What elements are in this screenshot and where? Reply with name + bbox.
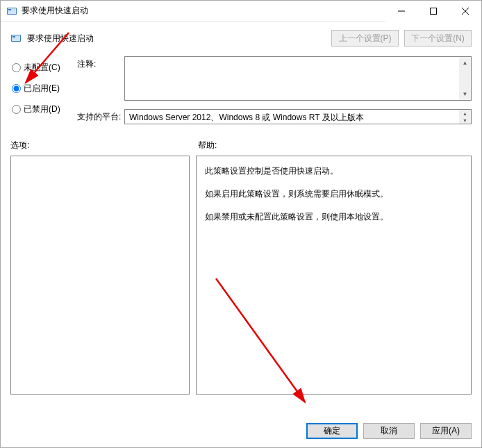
help-text-3: 如果禁用或未配置此策略设置，则使用本地设置。 xyxy=(205,210,463,224)
help-pane: 此策略设置控制是否使用快速启动。 如果启用此策略设置，则系统需要启用休眠模式。 … xyxy=(196,156,472,395)
titlebar: 要求使用快速启动 xyxy=(1,1,481,22)
prev-setting-button[interactable]: 上一个设置(P) xyxy=(331,30,399,47)
svg-rect-4 xyxy=(431,8,437,15)
platform-label: 支持的平台: xyxy=(77,109,124,123)
window-controls xyxy=(385,1,481,21)
scroll-down-icon[interactable]: ▼ xyxy=(459,88,471,100)
radio-enabled-label: 已启用(E) xyxy=(24,83,60,94)
help-text-1: 此策略设置控制是否使用快速启动。 xyxy=(205,165,463,178)
radio-group: 未配置(C) 已启用(E) 已禁用(D) xyxy=(10,56,77,124)
ok-button[interactable]: 确定 xyxy=(306,423,358,439)
scroll-up-icon[interactable]: ▲ xyxy=(459,57,471,69)
radio-not-configured-input[interactable] xyxy=(12,63,21,72)
minimize-button[interactable] xyxy=(385,1,417,22)
close-button[interactable] xyxy=(449,1,481,22)
help-label: 帮助: xyxy=(198,140,217,151)
radio-not-configured-label: 未配置(C) xyxy=(24,62,60,74)
svg-rect-9 xyxy=(13,36,15,38)
comment-label: 注释: xyxy=(77,56,124,70)
radio-disabled[interactable]: 已禁用(D) xyxy=(10,102,77,116)
next-setting-button[interactable]: 下一个设置(N) xyxy=(404,30,472,47)
comment-textarea[interactable]: ▲ ▼ xyxy=(124,56,472,101)
maximize-button[interactable] xyxy=(417,1,449,22)
svg-rect-2 xyxy=(8,9,11,10)
radio-not-configured[interactable]: 未配置(C) xyxy=(10,60,77,74)
platform-scroll-up-icon[interactable]: ▲ xyxy=(459,110,471,117)
options-label: 选项: xyxy=(10,140,198,151)
policy-heading: 要求使用快速启动 xyxy=(27,33,94,44)
bottom-bar: 确定 取消 应用(A) xyxy=(306,423,472,439)
radio-enabled[interactable]: 已启用(E) xyxy=(10,81,77,95)
policy-icon xyxy=(10,33,22,44)
radio-enabled-input[interactable] xyxy=(12,84,21,93)
platform-text: Windows Server 2012、Windows 8 或 Windows … xyxy=(129,113,364,122)
platform-box: Windows Server 2012、Windows 8 或 Windows … xyxy=(124,109,472,124)
options-pane xyxy=(10,156,190,395)
help-text-2: 如果启用此策略设置，则系统需要启用休眠模式。 xyxy=(205,188,463,201)
platform-scroll[interactable]: ▲ ▼ xyxy=(459,110,471,124)
radio-disabled-input[interactable] xyxy=(12,105,21,114)
heading-row: 要求使用快速启动 上一个设置(P) 下一个设置(N) xyxy=(10,30,472,47)
cancel-button[interactable]: 取消 xyxy=(363,423,415,439)
platform-scroll-down-icon[interactable]: ▼ xyxy=(459,117,471,124)
window-title: 要求使用快速启动 xyxy=(22,5,88,17)
comment-scrollbar[interactable]: ▲ ▼ xyxy=(459,57,471,100)
app-icon xyxy=(6,6,17,17)
apply-button[interactable]: 应用(A) xyxy=(420,423,472,439)
radio-disabled-label: 已禁用(D) xyxy=(24,103,60,115)
